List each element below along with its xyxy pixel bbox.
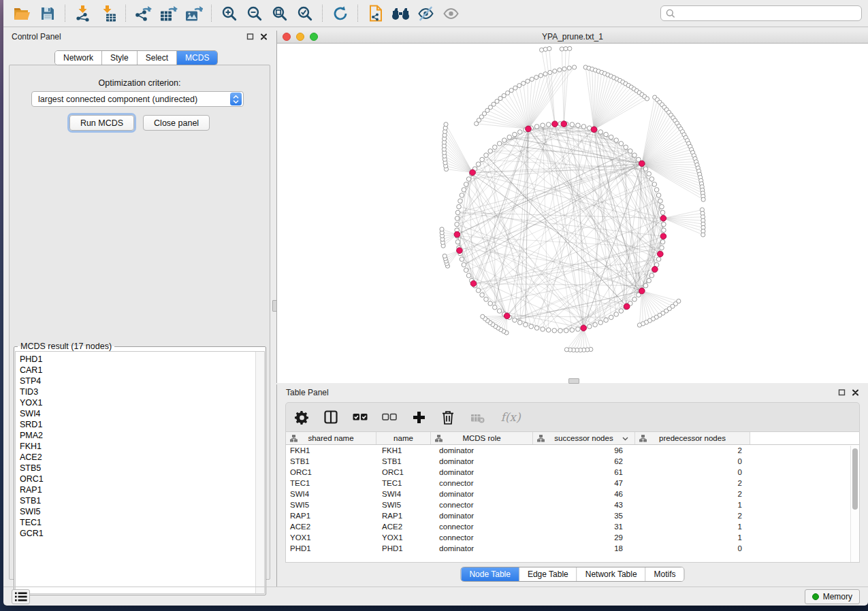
delete-table-button[interactable] — [468, 408, 486, 426]
network-leaf-node[interactable] — [567, 66, 571, 70]
table-row[interactable]: SWI4SWI4dominator462 — [286, 489, 859, 499]
table-row[interactable]: PHD1PHD1dominator180 — [286, 543, 859, 554]
network-node[interactable] — [541, 327, 545, 332]
network-node[interactable] — [513, 318, 517, 323]
network-node[interactable] — [628, 149, 633, 154]
network-node[interactable] — [662, 228, 666, 233]
network-node[interactable] — [649, 274, 654, 278]
network-node[interactable] — [466, 274, 471, 278]
table-row[interactable]: SWI5SWI5connector431 — [286, 499, 859, 510]
table-row[interactable]: TEC1TEC1connector472 — [286, 478, 859, 489]
network-hub-node[interactable] — [652, 267, 658, 273]
network-hub-node[interactable] — [660, 233, 666, 240]
network-node[interactable] — [632, 153, 637, 158]
tab-network-table[interactable]: Network Table — [577, 567, 646, 581]
network-leaf-node[interactable] — [530, 77, 534, 81]
network-node[interactable] — [464, 182, 468, 187]
open-file-button[interactable] — [10, 3, 35, 24]
network-node[interactable] — [576, 327, 581, 332]
network-node[interactable] — [604, 318, 609, 323]
network-node[interactable] — [656, 257, 661, 262]
network-node[interactable] — [493, 305, 498, 310]
delete-column-button[interactable] — [439, 408, 457, 426]
network-leaf-node[interactable] — [637, 323, 641, 327]
network-leaf-node[interactable] — [564, 47, 568, 51]
network-node[interactable] — [488, 301, 493, 306]
network-hub-node[interactable] — [658, 251, 664, 257]
network-node[interactable] — [649, 177, 654, 182]
network-node[interactable] — [662, 222, 666, 227]
network-leaf-node[interactable] — [502, 94, 506, 98]
network-node[interactable] — [480, 157, 485, 162]
network-node[interactable] — [558, 329, 563, 333]
add-column-button[interactable] — [410, 408, 428, 426]
column-header-predecessor-nodes[interactable]: predecessor nodes — [635, 432, 750, 444]
network-node[interactable] — [534, 125, 539, 129]
close-mcds-panel-button[interactable]: Close panel — [143, 115, 210, 131]
network-node[interactable] — [462, 263, 466, 267]
select-all-button[interactable] — [351, 408, 369, 426]
network-node[interactable] — [518, 130, 523, 135]
mcds-result-item[interactable]: PMA2 — [20, 430, 264, 441]
network-leaf-node[interactable] — [517, 84, 521, 88]
network-leaf-node[interactable] — [509, 88, 513, 93]
network-node[interactable] — [493, 145, 498, 150]
mcds-result-item[interactable]: TEC1 — [20, 517, 264, 528]
network-node[interactable] — [534, 326, 539, 331]
tab-style[interactable]: Style — [102, 51, 138, 65]
network-leaf-node[interactable] — [481, 314, 485, 318]
mcds-result-item[interactable]: STB5 — [20, 463, 264, 474]
network-node[interactable] — [484, 153, 489, 158]
network-leaf-node[interactable] — [540, 48, 544, 52]
run-mcds-button[interactable]: Run MCDS — [69, 115, 134, 131]
show-column-button[interactable] — [322, 408, 340, 426]
network-canvas[interactable] — [277, 44, 868, 383]
network-leaf-node[interactable] — [701, 233, 705, 237]
column-header-successor-nodes[interactable]: successor nodes — [533, 432, 635, 444]
network-hub-node[interactable] — [454, 231, 460, 237]
network-node[interactable] — [462, 188, 466, 193]
table-settings-button[interactable] — [293, 408, 310, 426]
table-row[interactable]: RAP1RAP1dominator352 — [286, 510, 859, 521]
mcds-result-item[interactable]: CAR1 — [20, 365, 264, 376]
mcds-result-item[interactable]: ORC1 — [20, 474, 264, 484]
network-leaf-node[interactable] — [539, 73, 543, 78]
float-table-panel-icon[interactable] — [838, 389, 846, 396]
network-leaf-node[interactable] — [564, 348, 568, 352]
search-box[interactable] — [660, 5, 862, 21]
float-panel-icon[interactable] — [246, 33, 254, 40]
save-session-button[interactable] — [35, 3, 60, 24]
network-node[interactable] — [524, 323, 528, 327]
network-hub-node[interactable] — [457, 248, 463, 254]
column-header-shared-name[interactable]: shared name — [286, 432, 376, 444]
tab-motifs[interactable]: Motifs — [646, 567, 684, 581]
network-hub-node[interactable] — [624, 303, 630, 310]
table-row[interactable]: ORC1ORC1dominator610 — [286, 467, 859, 478]
network-leaf-node[interactable] — [548, 70, 552, 74]
network-node[interactable] — [652, 182, 657, 187]
network-node[interactable] — [476, 162, 481, 167]
network-node[interactable] — [541, 123, 545, 128]
network-node[interactable] — [660, 240, 665, 244]
network-leaf-node[interactable] — [543, 72, 547, 76]
mcds-result-item[interactable]: SWI4 — [20, 408, 264, 419]
share-document-button[interactable] — [363, 3, 388, 24]
network-node[interactable] — [497, 309, 502, 314]
network-node[interactable] — [564, 329, 568, 333]
column-header-name[interactable]: name — [376, 432, 431, 444]
network-hub-node[interactable] — [504, 313, 510, 319]
search-network-button[interactable] — [388, 3, 413, 24]
network-leaf-node[interactable] — [558, 68, 562, 72]
network-node[interactable] — [497, 142, 502, 146]
network-node[interactable] — [513, 132, 517, 137]
network-node[interactable] — [484, 297, 489, 302]
network-leaf-node[interactable] — [521, 81, 526, 85]
network-node[interactable] — [632, 297, 637, 302]
mcds-result-item[interactable]: STB1 — [20, 495, 264, 506]
network-node[interactable] — [660, 210, 665, 215]
network-hub-node[interactable] — [639, 161, 645, 167]
horizontal-splitter-handle[interactable] — [568, 378, 579, 384]
column-header-MCDS-role[interactable]: MCDS role — [431, 432, 533, 444]
mcds-result-item[interactable]: ACE2 — [20, 452, 264, 463]
criterion-select[interactable]: largest connected component (undirected) — [31, 91, 244, 107]
